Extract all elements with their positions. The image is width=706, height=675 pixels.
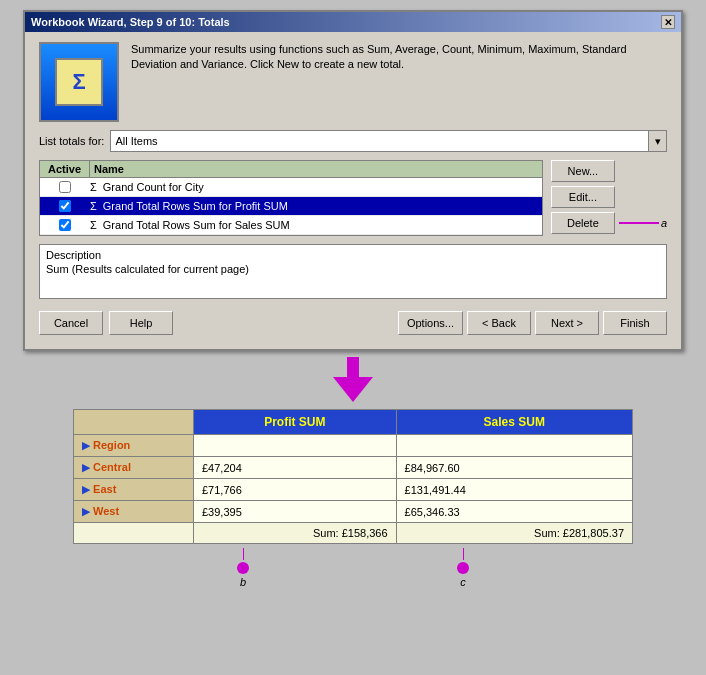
item-checkbox-1[interactable] [40, 181, 90, 193]
annotation-b: b [240, 576, 246, 588]
table-row: ▶ East £71,766 £131,491.44 [74, 479, 633, 501]
sum-profit: Sum: £158,366 [194, 523, 397, 544]
bottom-buttons: Cancel Help Options... < Back Next > Fin… [39, 307, 667, 339]
list-totals-combo[interactable]: All Items ▾ [110, 130, 667, 152]
col-name: Name [90, 161, 542, 177]
east-sales: £131,491.44 [396, 479, 632, 501]
region-label-cell: ▶ Region [74, 435, 194, 457]
west-profit: £39,395 [194, 501, 397, 523]
item-checkbox-3[interactable] [40, 219, 90, 231]
options-button[interactable]: Options... [398, 311, 463, 335]
close-button[interactable]: ✕ [661, 15, 675, 29]
list-item[interactable]: Σ Grand Total Rows Sum for Sales SUM [40, 216, 542, 235]
chevron-icon: ▶ [82, 439, 93, 451]
wizard-dialog: Workbook Wizard, Step 9 of 10: Totals ✕ … [23, 10, 683, 351]
col-active: Active [40, 161, 90, 177]
wizard-body: Σ Summarize your results using functions… [25, 32, 681, 349]
edit-button[interactable]: Edit... [551, 186, 615, 208]
annotation-c-line [463, 548, 464, 560]
list-item[interactable]: Σ Grand Total Rows Sum for Profit SUM [40, 197, 542, 216]
title-bar: Workbook Wizard, Step 9 of 10: Totals ✕ [25, 12, 681, 32]
item-name-2: Grand Total Rows Sum for Profit SUM [101, 199, 542, 213]
wizard-description: Summarize your results using functions s… [131, 42, 667, 122]
side-buttons: New... Edit... Delete a [551, 160, 667, 234]
table-row: ▶ Region [74, 435, 633, 457]
annotation-a-line [619, 222, 659, 224]
item-name-1: Grand Count for City [101, 180, 542, 194]
central-label: ▶ Central [74, 457, 194, 479]
col-header-region [74, 410, 194, 435]
item-icon-2: Σ [90, 200, 97, 212]
description-group: Description Sum (Results calculated for … [39, 244, 667, 299]
main-area: Active Name Σ Grand Count for City [39, 160, 667, 236]
data-table: Profit SUM Sales SUM ▶ Region ▶ Central [73, 409, 633, 544]
region-sales [396, 435, 632, 457]
east-profit: £71,766 [194, 479, 397, 501]
new-button[interactable]: New... [551, 160, 615, 182]
checkbox-2[interactable] [59, 200, 71, 212]
sum-sales: Sum: £281,805.37 [396, 523, 632, 544]
item-icon-1: Σ [90, 181, 97, 193]
annotation-b-container: b [237, 548, 249, 588]
bottom-left-btns: Cancel Help [39, 311, 173, 335]
finish-button[interactable]: Finish [603, 311, 667, 335]
totals-list: Active Name Σ Grand Count for City [39, 160, 543, 236]
col-header-profit: Profit SUM [194, 410, 397, 435]
arrow-container [333, 355, 373, 405]
checkbox-1[interactable] [59, 181, 71, 193]
item-icon-3: Σ [90, 219, 97, 231]
sigma-icon: Σ [55, 58, 103, 106]
back-button[interactable]: < Back [467, 311, 531, 335]
list-item[interactable]: Σ Grand Count for City [40, 178, 542, 197]
annotation-b-line [243, 548, 244, 560]
annotation-c-dot [457, 562, 469, 574]
chevron-icon: ▶ [82, 461, 93, 473]
annotation-a: a [661, 217, 667, 229]
east-text: East [93, 483, 116, 495]
region-profit [194, 435, 397, 457]
combo-value: All Items [111, 135, 648, 147]
list-totals-label: List totals for: [39, 135, 104, 147]
dialog-title: Workbook Wizard, Step 9 of 10: Totals [31, 16, 230, 28]
table-row: ▶ West £39,395 £65,346.33 [74, 501, 633, 523]
sum-row: Sum: £158,366 Sum: £281,805.37 [74, 523, 633, 544]
item-checkbox-2[interactable] [40, 200, 90, 212]
combo-dropdown-btn[interactable]: ▾ [648, 131, 666, 151]
central-profit: £47,204 [194, 457, 397, 479]
description-text: Sum (Results calculated for current page… [46, 263, 660, 275]
bottom-right-btns: Options... < Back Next > Finish [398, 311, 667, 335]
region-text: Region [93, 439, 130, 451]
wizard-top: Σ Summarize your results using functions… [39, 42, 667, 122]
col-header-sales: Sales SUM [396, 410, 632, 435]
chevron-icon: ▶ [82, 483, 93, 495]
checkbox-3[interactable] [59, 219, 71, 231]
annotation-c: c [460, 576, 466, 588]
delete-button[interactable]: Delete [551, 212, 615, 234]
cancel-button[interactable]: Cancel [39, 311, 103, 335]
central-text: Central [93, 461, 131, 473]
annotation-c-container: c [457, 548, 469, 588]
totals-list-header: Active Name [40, 161, 542, 178]
arrow-shaft [347, 357, 359, 377]
next-button[interactable]: Next > [535, 311, 599, 335]
west-text: West [93, 505, 119, 517]
east-label: ▶ East [74, 479, 194, 501]
table-header-row: Profit SUM Sales SUM [74, 410, 633, 435]
item-name-3: Grand Total Rows Sum for Sales SUM [101, 218, 542, 232]
arrow-head [333, 377, 373, 402]
table-row: ▶ Central £47,204 £84,967.60 [74, 457, 633, 479]
data-table-container: Profit SUM Sales SUM ▶ Region ▶ Central [73, 409, 633, 588]
wizard-logo: Σ [39, 42, 119, 122]
west-sales: £65,346.33 [396, 501, 632, 523]
chevron-icon: ▶ [82, 505, 93, 517]
annotation-b-dot [237, 562, 249, 574]
help-button[interactable]: Help [109, 311, 173, 335]
annotations-row: b c [73, 548, 633, 588]
description-group-label: Description [46, 249, 660, 261]
west-label: ▶ West [74, 501, 194, 523]
central-sales: £84,967.60 [396, 457, 632, 479]
list-totals-row: List totals for: All Items ▾ [39, 130, 667, 152]
sum-empty [74, 523, 194, 544]
